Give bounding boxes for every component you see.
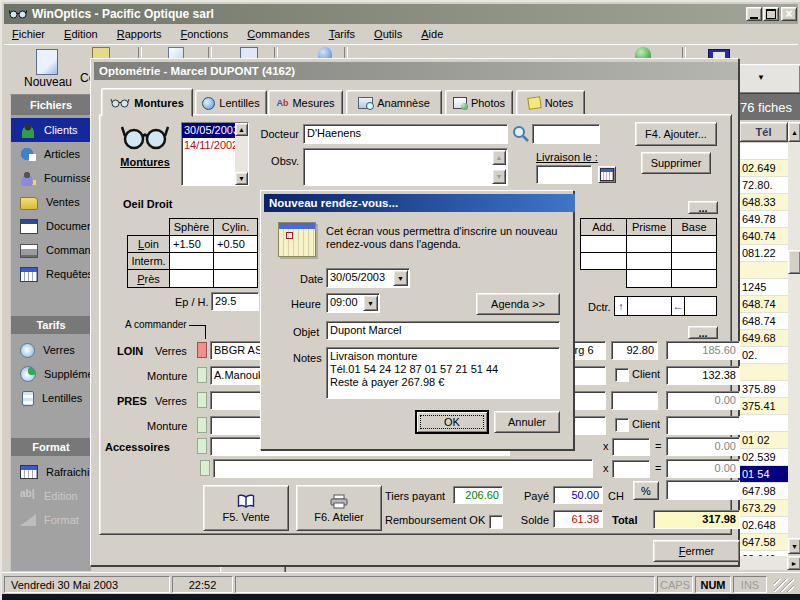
interm-cylin-cell[interactable] [213,252,258,270]
combo-arrow-icon[interactable]: ▼ [757,73,765,82]
tab-mesures[interactable]: Ab Mesures [268,90,343,116]
menu-fichier[interactable]: Fichier [4,25,53,42]
list-item[interactable]: 30/05/2003 [182,123,235,138]
f5-vente-button[interactable]: F5. Vente [203,485,289,531]
ok-button[interactable]: OK [416,411,488,433]
pres-verres-price-field[interactable] [611,391,658,410]
list-scroll-down[interactable]: ▼ [235,172,248,185]
more-button-bottom[interactable]: ... [688,326,718,339]
menu-rapports[interactable]: Rapports [109,25,170,42]
base-cell[interactable] [671,235,717,253]
acc1-qty-field[interactable] [612,438,650,456]
nouveau-button[interactable]: Nouveau [8,47,88,91]
client-checkbox[interactable] [615,418,629,432]
sidebar-item-lentilles[interactable]: Lentilles [11,386,91,410]
table-row[interactable]: 02.648 [739,517,788,534]
table-row[interactable]: 648.74 [739,313,788,330]
table-row[interactable] [739,262,788,279]
docteur-field[interactable]: D'Haenens [303,124,508,144]
obsv-scroll-down[interactable]: ▼ [492,169,506,184]
sidebar-item-documents[interactable]: Document [11,214,91,238]
tab-lentilles[interactable]: Lentilles [195,90,267,116]
table-row[interactable]: 02.649 [739,160,788,177]
percent-button[interactable]: % [633,481,659,500]
obsv-field[interactable]: ▲ ▼ [303,148,508,186]
acc2-qty-field[interactable] [612,460,650,478]
scroll-up-button[interactable]: ▲ [788,122,800,142]
table-row[interactable]: 72.80. [739,177,788,194]
client-checkbox[interactable] [615,368,629,382]
table-row[interactable]: 648.74 [739,296,788,313]
menu-tarifs[interactable]: Tarifs [321,25,363,42]
tab-anamnese[interactable]: Anamnèse [346,90,442,116]
tiers-payant-field[interactable]: 206.60 [453,486,503,504]
fermer-button[interactable]: Fermer [653,540,740,562]
table-row[interactable]: 1245 [739,279,788,296]
f4-ajouter-button[interactable]: F4. Ajouter... [635,122,717,146]
order-status-green[interactable] [197,417,207,433]
table-row[interactable]: 375.89 [739,381,788,398]
table-row[interactable]: 640.74 [739,228,788,245]
tel-column-header[interactable]: Tél [739,122,788,142]
sidebar-item-requetes[interactable]: Requêtes [11,262,91,286]
search-icon[interactable] [512,125,529,142]
menu-commandes[interactable]: Commandes [239,25,317,42]
calendar-button[interactable] [598,166,616,183]
supprimer-button[interactable]: Supprimer [641,152,711,174]
tab-montures[interactable]: Montures [101,88,193,117]
scroll-down-button[interactable]: ▼ [788,538,800,554]
percent-field[interactable] [666,480,740,500]
table-row[interactable] [739,364,788,381]
table-row[interactable]: 081.22 [739,245,788,262]
more-button-top[interactable]: ... [688,201,718,214]
order-status-green[interactable] [197,438,207,454]
table-row[interactable]: 647.98 [739,483,788,500]
order-status-red[interactable] [197,342,207,358]
rdv-notes-field[interactable]: Livraison monture Tél.01 54 24 12 87 01 … [326,347,560,399]
sidebar-item-articles[interactable]: Articles [11,142,91,166]
table-row-selected[interactable]: 01 54 [739,466,788,483]
combo-arrow[interactable]: ▼ [363,295,378,311]
resize-grip[interactable] [774,579,794,592]
table-row[interactable]: 649.78 [739,211,788,228]
order-status-green[interactable] [197,367,207,383]
sidebar-item-rafraichir[interactable]: Rafraichir [11,460,91,484]
docteur-code-field[interactable] [532,124,600,144]
table-row[interactable]: 375.41 [739,398,788,415]
prisme-cell[interactable] [626,269,672,288]
menu-edition[interactable]: Edition [56,25,106,42]
client-scrollbar-thumb[interactable] [788,250,800,274]
accessoire2-field[interactable] [213,459,593,478]
rdv-objet-field[interactable]: Dupont Marcel [326,321,560,340]
table-row[interactable]: 673.29 [739,500,788,517]
maximize-button[interactable] [763,7,779,21]
prisme-cell[interactable] [626,252,672,270]
prisme-cell[interactable] [626,235,672,253]
table-row[interactable] [739,415,788,432]
scroll-right-button[interactable]: ► [787,556,800,570]
annuler-button[interactable]: Annuler [494,411,560,433]
add-cell[interactable] [580,252,627,270]
remboursement-checkbox[interactable] [489,515,503,529]
sidebar-item-supplements[interactable]: Suppléme [11,362,91,386]
rdv-heure-combo[interactable]: 09:00 ▼ [326,293,380,313]
dctr-field-2[interactable] [684,296,717,316]
loin-monture-total-field[interactable]: 132.38 [666,366,740,385]
base-cell[interactable] [671,269,717,288]
minimize-button[interactable] [746,7,762,21]
eph-field[interactable]: 29.5 [211,292,259,311]
client-scrollbar-track[interactable] [788,142,800,538]
pres-cylin-cell[interactable] [213,269,258,288]
obsv-scroll-up[interactable]: ▲ [492,150,506,165]
menu-fonctions[interactable]: Fonctions [173,25,237,42]
agenda-button[interactable]: Agenda >> [476,293,560,315]
table-row[interactable]: 02. [739,347,788,364]
sidebar-item-clients[interactable]: Clients [11,118,91,142]
loin-cylin-cell[interactable]: +0.50 [213,235,258,253]
list-scroll-track[interactable] [235,136,248,172]
base-cell[interactable] [671,252,717,270]
sidebar-item-ventes[interactable]: Ventes [11,190,91,214]
order-status-green[interactable] [197,392,207,408]
livraison-date-field[interactable] [536,165,592,184]
order-status-green[interactable] [200,460,210,476]
